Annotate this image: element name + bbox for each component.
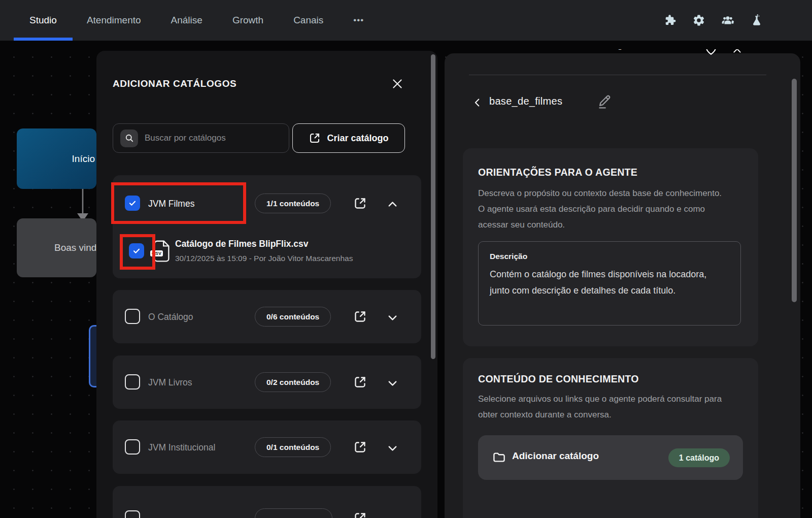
tab-studio[interactable]: Studio (29, 0, 57, 41)
descricao-text: Contém o catálogo de filmes disponíveis … (490, 266, 726, 299)
knowledge-base-title: base_de_filmes (489, 95, 562, 107)
catalog-count-badge (255, 508, 332, 518)
open-catalog-external-link-icon[interactable] (353, 197, 367, 210)
nav-icon-group (663, 0, 763, 41)
catalog-search-field (113, 123, 289, 153)
catalog-count-badge: 0/6 conteúdos (255, 307, 331, 327)
descricao-label: Descrição (490, 252, 527, 261)
catalog-name: JVM Filmes (148, 199, 194, 209)
criar-catalogo-label: Criar catálogo (327, 133, 388, 144)
catalog-checkbox[interactable] (125, 510, 140, 518)
members-users-icon[interactable] (721, 14, 734, 27)
settings-gear-icon[interactable] (692, 14, 705, 27)
panel-close-icon[interactable] (732, 49, 742, 54)
lab-flask-icon[interactable] (750, 14, 763, 27)
check-icon (128, 199, 137, 207)
adicionar-catalogo-row[interactable]: Adicionar catálogo 1 catálogo (478, 435, 743, 480)
open-catalog-external-link-icon[interactable] (353, 375, 367, 389)
open-catalog-external-link-icon[interactable] (353, 511, 367, 518)
catalog-count-badge: 0/2 conteúdos (255, 372, 331, 392)
modal-title: ADICIONAR CATÁLOGOS (113, 78, 236, 89)
nav-more-menu[interactable]: ••• (353, 0, 364, 41)
nav-tabs: Studio Atendimento Análise Growth Canais… (29, 0, 364, 41)
panel-clipped-header: g (445, 49, 800, 62)
adicionar-catalogos-modal: ADICIONAR CATÁLOGOS Criar catálogo JVM F… (96, 51, 437, 518)
search-input[interactable] (145, 133, 282, 143)
catalogo-count-badge: 1 catálogo (668, 448, 730, 467)
tab-atendimento-label: Atendimento (87, 15, 141, 26)
open-catalog-external-link-icon[interactable] (353, 440, 367, 454)
catalog-card-jvm-filmes: JVM Filmes 1/1 conteúdos CSV Catálogo de… (113, 175, 421, 278)
catalog-card-o-catalogo: O Catálogo 0/6 conteúdos (113, 290, 421, 343)
top-navbar: Studio Atendimento Análise Growth Canais… (0, 0, 812, 41)
clipped-title-glyph: g (617, 49, 623, 50)
file-title: Catálogo de Filmes BlipFlix.csv (175, 239, 309, 249)
check-icon (132, 247, 141, 255)
search-icon (120, 130, 138, 147)
flow-block-inicio[interactable]: Início (17, 128, 96, 189)
tab-atendimento[interactable]: Atendimento (87, 0, 141, 41)
conteudo-card: CONTEÚDO DE CONHECIMENTO Selecione arqui… (463, 358, 758, 518)
catalog-checkbox-jvm-filmes[interactable] (125, 196, 140, 211)
tab-canais-label: Canais (293, 15, 323, 26)
catalog-count-badge: 1/1 conteúdos (255, 193, 331, 213)
orientacoes-card: ORIENTAÇÕES PARA O AGENTE Descreva o pro… (463, 148, 758, 346)
more-dots-icon: ••• (353, 15, 364, 25)
edit-pencil-icon[interactable] (597, 92, 613, 109)
criar-catalogo-button[interactable]: Criar catálogo (292, 123, 405, 153)
catalog-count-badge: 0/1 conteúdos (255, 437, 331, 457)
tab-analise-label: Análise (171, 15, 202, 26)
panel-scrollbar[interactable] (792, 79, 797, 302)
flow-block-inicio-label: Início (72, 153, 95, 165)
back-chevron-icon[interactable] (472, 97, 483, 108)
catalog-checkbox-jvm-institucional[interactable] (125, 439, 140, 455)
tab-canais[interactable]: Canais (293, 0, 323, 41)
adicionar-catalogo-label: Adicionar catálogo (512, 450, 599, 462)
folder-icon (492, 450, 506, 464)
flow-block-boas-vindas[interactable]: Boas vindas (17, 218, 96, 277)
tab-growth[interactable]: Growth (232, 0, 263, 41)
tab-studio-label: Studio (29, 15, 57, 26)
csv-file-icon: CSV (152, 240, 171, 262)
knowledge-base-panel: base_de_filmes ORIENTAÇÕES PARA O AGENTE… (445, 53, 800, 518)
panel-divider (469, 75, 766, 75)
csv-tag-label: CSV (150, 250, 163, 256)
catalog-card-jvm-institucional: JVM Institucional 0/1 conteúdos (113, 420, 421, 474)
tab-analise[interactable]: Análise (171, 0, 202, 41)
catalog-card-jvm-livros: JVM Livros 0/2 conteúdos (113, 355, 421, 409)
orientacoes-heading: ORIENTAÇÕES PARA O AGENTE (478, 167, 637, 178)
catalog-name: JVM Institucional (148, 442, 215, 453)
chevron-down-icon[interactable] (387, 312, 398, 323)
chevron-down-icon[interactable] (387, 377, 398, 389)
catalog-card-partial (113, 486, 421, 518)
modal-scrollbar[interactable] (431, 54, 435, 359)
chevron-down-icon[interactable] (387, 442, 398, 454)
close-icon[interactable] (391, 77, 404, 90)
chevron-up-icon[interactable] (387, 199, 398, 210)
catalog-checkbox-jvm-livros[interactable] (125, 374, 140, 390)
favorite-heart-icon[interactable] (704, 49, 718, 56)
catalog-name: JVM Livros (148, 377, 192, 388)
tab-growth-label: Growth (232, 15, 263, 26)
descricao-box[interactable]: Descrição Contém o catálogo de filmes di… (478, 241, 741, 326)
flow-block-boas-vindas-label: Boas vindas (54, 242, 96, 253)
open-catalog-external-link-icon[interactable] (353, 310, 367, 323)
orientacoes-description: Descreva o propósito ou contexto desta b… (478, 186, 724, 233)
catalog-checkbox-o-catalogo[interactable] (125, 309, 140, 324)
catalog-name: O Catálogo (148, 312, 193, 322)
external-link-icon (309, 132, 321, 144)
conteudo-description: Selecione arquivos ou links que o agente… (478, 392, 724, 423)
app-window: Studio Atendimento Análise Growth Canais… (0, 0, 812, 518)
file-meta: 30/12/2025 às 15:09 - Por João Vitor Mas… (175, 254, 353, 263)
plugins-puzzle-icon[interactable] (663, 14, 676, 27)
file-checkbox-blipflix-csv[interactable] (129, 243, 144, 258)
conteudo-heading: CONTEÚDO DE CONHECIMENTO (478, 373, 639, 385)
